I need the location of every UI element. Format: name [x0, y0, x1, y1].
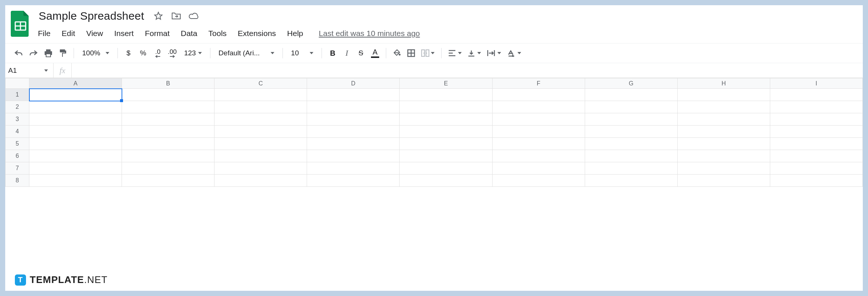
row-header[interactable]: 4	[6, 126, 29, 138]
cell[interactable]	[214, 126, 307, 138]
cell[interactable]	[585, 150, 677, 162]
cell[interactable]	[122, 175, 214, 187]
zoom-dropdown[interactable]: 100%	[78, 46, 113, 60]
cell[interactable]	[29, 101, 122, 113]
menu-format[interactable]: Format	[144, 27, 171, 39]
cell[interactable]	[492, 101, 585, 113]
text-rotation-button[interactable]	[505, 46, 523, 60]
number-format-dropdown[interactable]: 123	[180, 46, 206, 60]
text-wrap-button[interactable]	[485, 46, 503, 60]
cell[interactable]	[770, 101, 862, 113]
cell[interactable]	[122, 138, 214, 150]
cell[interactable]	[29, 175, 122, 187]
cell[interactable]	[214, 162, 307, 175]
column-header[interactable]: A	[29, 78, 122, 89]
cell[interactable]	[770, 126, 862, 138]
cell[interactable]	[400, 150, 492, 162]
cell[interactable]	[122, 89, 214, 101]
cell[interactable]	[307, 138, 400, 150]
cell[interactable]	[677, 113, 770, 126]
cell[interactable]	[585, 175, 677, 187]
cell[interactable]	[214, 150, 307, 162]
cloud-status-icon[interactable]	[189, 11, 199, 21]
cell[interactable]	[122, 113, 214, 126]
column-header[interactable]: I	[770, 78, 862, 89]
cell[interactable]	[122, 101, 214, 113]
column-header[interactable]: C	[214, 78, 307, 89]
cell[interactable]	[29, 113, 122, 126]
cell[interactable]	[492, 89, 585, 101]
row-header[interactable]: 8	[6, 175, 29, 187]
cell[interactable]	[492, 175, 585, 187]
spreadsheet-grid[interactable]: ABCDEFGHI 12345678	[5, 78, 863, 291]
cell[interactable]	[29, 126, 122, 138]
column-header[interactable]: D	[307, 78, 400, 89]
vertical-align-button[interactable]	[465, 46, 483, 60]
menu-tools[interactable]: Tools	[208, 27, 228, 39]
cell[interactable]	[29, 162, 122, 175]
cell[interactable]	[492, 138, 585, 150]
cell[interactable]	[492, 150, 585, 162]
cell[interactable]	[585, 113, 677, 126]
cell[interactable]	[585, 162, 677, 175]
text-color-button[interactable]: A	[369, 46, 381, 60]
cell[interactable]	[307, 101, 400, 113]
formula-input[interactable]	[72, 63, 863, 78]
star-icon[interactable]	[153, 11, 164, 21]
document-title[interactable]: Sample Spreadsheet	[37, 9, 146, 23]
cell[interactable]	[585, 138, 677, 150]
cell[interactable]	[122, 162, 214, 175]
row-header[interactable]: 3	[6, 113, 29, 126]
cell[interactable]	[770, 150, 862, 162]
cell[interactable]	[400, 162, 492, 175]
fill-color-button[interactable]	[391, 46, 403, 60]
menu-file[interactable]: File	[37, 27, 51, 39]
cell[interactable]	[585, 126, 677, 138]
undo-button[interactable]	[12, 46, 25, 60]
row-header[interactable]: 5	[6, 138, 29, 150]
cell[interactable]	[770, 175, 862, 187]
cell[interactable]	[770, 89, 862, 101]
column-header[interactable]: G	[585, 78, 677, 89]
sheets-logo[interactable]	[10, 10, 30, 37]
currency-button[interactable]: $	[122, 46, 135, 60]
font-family-dropdown[interactable]: Default (Ari...	[215, 46, 278, 60]
menu-edit[interactable]: Edit	[61, 27, 76, 39]
cell[interactable]	[29, 138, 122, 150]
menu-extensions[interactable]: Extensions	[237, 27, 277, 39]
select-all-corner[interactable]	[6, 78, 29, 89]
percent-button[interactable]: %	[136, 46, 150, 60]
italic-button[interactable]: I	[341, 46, 353, 60]
print-button[interactable]	[42, 46, 55, 60]
cell[interactable]	[307, 150, 400, 162]
font-size-dropdown[interactable]: 10	[287, 46, 317, 60]
increase-decimal-button[interactable]: .00	[166, 46, 179, 60]
move-folder-icon[interactable]	[171, 11, 181, 21]
cell[interactable]	[400, 138, 492, 150]
cell[interactable]	[492, 162, 585, 175]
cell[interactable]	[307, 89, 400, 101]
cell[interactable]	[307, 175, 400, 187]
cell[interactable]	[677, 162, 770, 175]
row-header[interactable]: 2	[6, 101, 29, 113]
cell[interactable]	[214, 101, 307, 113]
column-header[interactable]: B	[122, 78, 214, 89]
menu-help[interactable]: Help	[286, 27, 304, 39]
cell[interactable]	[400, 175, 492, 187]
cell[interactable]	[400, 101, 492, 113]
cell[interactable]	[677, 150, 770, 162]
cell[interactable]	[492, 126, 585, 138]
cell[interactable]	[307, 126, 400, 138]
cell[interactable]	[29, 150, 122, 162]
cell[interactable]	[677, 126, 770, 138]
row-header[interactable]: 1	[6, 89, 29, 101]
cell[interactable]	[770, 138, 862, 150]
column-header[interactable]: E	[400, 78, 492, 89]
last-edit-link[interactable]: Last edit was 10 minutes ago	[319, 29, 420, 38]
bold-button[interactable]: B	[326, 46, 339, 60]
redo-button[interactable]	[27, 46, 40, 60]
cell[interactable]	[677, 175, 770, 187]
horizontal-align-button[interactable]	[446, 46, 464, 60]
cell[interactable]	[770, 113, 862, 126]
column-header[interactable]: F	[492, 78, 585, 89]
